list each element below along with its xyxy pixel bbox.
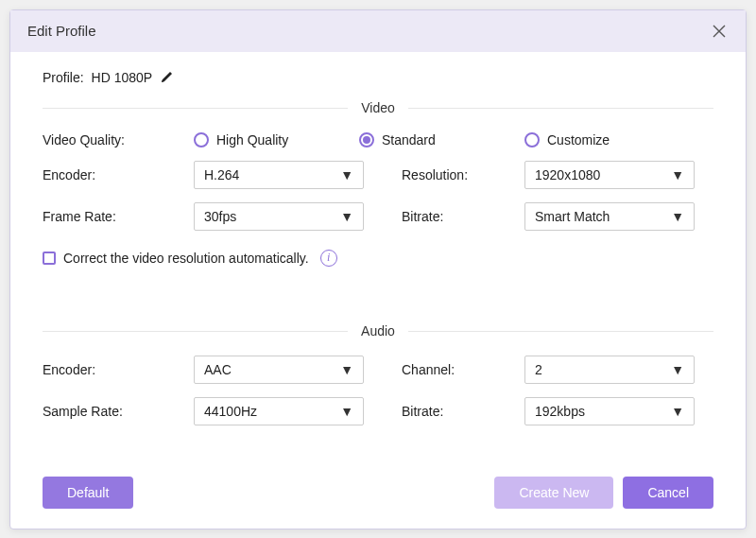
- dialog-content: Profile: HD 1080P Video Video Quality: H…: [10, 52, 746, 472]
- auto-resolution-label: Correct the video resolution automatical…: [63, 251, 309, 266]
- dialog-footer: Default Create New Cancel: [10, 472, 746, 529]
- chevron-down-icon: ▼: [340, 362, 353, 377]
- audio-section-label: Audio: [348, 323, 408, 338]
- resolution-value: 1920x1080: [535, 167, 600, 182]
- audio-bitrate-select[interactable]: 192kbps ▼: [524, 397, 695, 425]
- pencil-icon: [160, 69, 175, 84]
- channel-select[interactable]: 2 ▼: [524, 356, 695, 384]
- profile-label: Profile:: [43, 70, 84, 85]
- info-icon[interactable]: i: [320, 250, 337, 267]
- samplerate-select[interactable]: 44100Hz ▼: [194, 397, 364, 425]
- auto-resolution-checkbox[interactable]: [43, 252, 56, 265]
- radio-high-quality-label: High Quality: [216, 132, 288, 148]
- radio-icon: [359, 132, 374, 148]
- edit-profile-dialog: Edit Profile Profile: HD 1080P Video Vid…: [9, 9, 747, 529]
- chevron-down-icon: ▼: [340, 404, 353, 419]
- radio-customize-label: Customize: [547, 132, 610, 148]
- close-button[interactable]: [710, 22, 729, 41]
- audio-encoder-label: Encoder:: [43, 362, 194, 377]
- video-bitrate-select[interactable]: Smart Match ▼: [524, 202, 695, 231]
- radio-standard[interactable]: Standard: [359, 132, 524, 148]
- create-new-button[interactable]: Create New: [494, 477, 613, 509]
- audio-bitrate-value: 192kbps: [535, 404, 585, 419]
- close-icon: [713, 25, 726, 38]
- video-encoder-select[interactable]: H.264 ▼: [194, 161, 364, 189]
- chevron-down-icon: ▼: [340, 167, 353, 182]
- chevron-down-icon: ▼: [340, 209, 353, 224]
- radio-customize[interactable]: Customize: [524, 132, 610, 148]
- auto-resolution-row: Correct the video resolution automatical…: [43, 250, 713, 267]
- resolution-select[interactable]: 1920x1080 ▼: [524, 161, 695, 189]
- profile-row: Profile: HD 1080P: [43, 69, 713, 87]
- default-button[interactable]: Default: [43, 477, 133, 509]
- radio-icon: [194, 132, 209, 148]
- chevron-down-icon: ▼: [671, 404, 684, 419]
- profile-name: HD 1080P: [92, 70, 153, 85]
- video-encoder-label: Encoder:: [43, 167, 194, 182]
- video-bitrate-label: Bitrate:: [402, 209, 524, 224]
- edit-profile-name-button[interactable]: [160, 69, 175, 87]
- titlebar: Edit Profile: [10, 10, 746, 52]
- channel-label: Channel:: [402, 362, 524, 377]
- chevron-down-icon: ▼: [671, 209, 684, 224]
- video-section-header: Video: [43, 100, 713, 115]
- framerate-value: 30fps: [204, 209, 236, 224]
- video-quality-label: Video Quality:: [43, 132, 194, 148]
- cancel-button[interactable]: Cancel: [623, 477, 713, 509]
- audio-encoder-value: AAC: [204, 362, 232, 377]
- video-encoder-value: H.264: [204, 167, 239, 182]
- channel-value: 2: [535, 362, 542, 377]
- video-bitrate-value: Smart Match: [535, 209, 610, 224]
- audio-bitrate-label: Bitrate:: [402, 404, 524, 419]
- radio-icon: [524, 132, 540, 148]
- audio-form-grid: Encoder: AAC ▼ Channel: 2 ▼ Sample Rate:…: [43, 356, 713, 425]
- framerate-label: Frame Rate:: [43, 209, 194, 224]
- resolution-label: Resolution:: [402, 167, 524, 182]
- chevron-down-icon: ▼: [671, 362, 684, 377]
- video-section-label: Video: [348, 100, 408, 115]
- framerate-select[interactable]: 30fps ▼: [194, 202, 364, 231]
- radio-high-quality[interactable]: High Quality: [194, 132, 359, 148]
- dialog-title: Edit Profile: [27, 23, 96, 39]
- samplerate-label: Sample Rate:: [43, 404, 194, 419]
- video-quality-radio-group: High Quality Standard Customize: [194, 132, 713, 148]
- audio-encoder-select[interactable]: AAC ▼: [194, 356, 364, 384]
- radio-standard-label: Standard: [382, 132, 436, 148]
- samplerate-value: 44100Hz: [204, 404, 257, 419]
- chevron-down-icon: ▼: [671, 167, 684, 182]
- audio-section-header: Audio: [43, 323, 713, 338]
- video-form-grid: Encoder: H.264 ▼ Resolution: 1920x1080 ▼…: [43, 161, 713, 231]
- video-quality-row: Video Quality: High Quality Standard Cus…: [43, 132, 713, 148]
